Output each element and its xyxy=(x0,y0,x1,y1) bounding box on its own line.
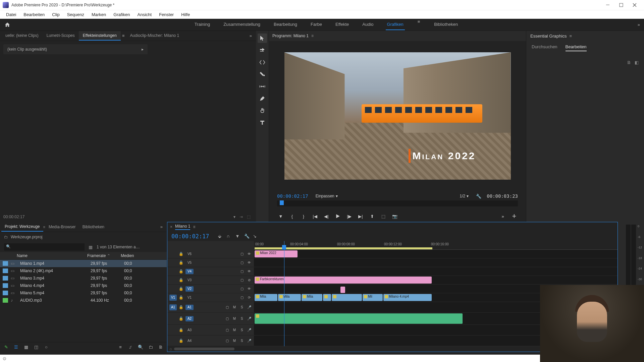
step-back-button[interactable]: ◀| xyxy=(323,213,330,220)
eg-tab-edit[interactable]: Bearbeiten xyxy=(566,44,587,51)
menu-sequenz[interactable]: Sequenz xyxy=(64,11,88,18)
find-icon[interactable]: 🔍 xyxy=(137,344,144,351)
project-item[interactable]: ▭Milano 4.mp429,97 fps00;0 xyxy=(0,282,167,289)
menu-ansicht[interactable]: Ansicht xyxy=(134,11,155,18)
col-media[interactable]: Medien xyxy=(121,253,148,258)
export-frame-button[interactable]: 📷 xyxy=(391,213,398,220)
icon-view-button[interactable]: ▦ xyxy=(23,344,30,351)
menu-fenster[interactable]: Fenster xyxy=(156,11,177,18)
fit-dropdown[interactable]: Einpassen ▾ xyxy=(314,193,340,199)
track-lane-v3[interactable]: Farbkorrekturen xyxy=(254,276,618,285)
search-input[interactable] xyxy=(4,243,85,251)
clip-farbkorrekturen[interactable]: Farbkorrekturen xyxy=(255,277,432,284)
insert-icon[interactable]: ⇥ xyxy=(237,215,245,219)
add-marker-icon[interactable]: ▼ xyxy=(235,234,241,239)
wrench-icon[interactable]: ↘ xyxy=(253,234,258,239)
tab-source[interactable]: uelle: (keine Clips) xyxy=(1,31,43,41)
project-item[interactable]: ▭Milano 5.mp429,97 fps00;0 xyxy=(0,289,167,297)
timeline-timecode[interactable]: 00:00:02:17 xyxy=(171,233,209,240)
settings-icon[interactable]: 🔧 xyxy=(476,194,481,199)
selection-tool[interactable] xyxy=(258,34,267,43)
clip-marker[interactable] xyxy=(340,287,345,293)
ws-audio[interactable]: Audio xyxy=(361,19,375,30)
track-lane-v6[interactable]: Milan 2022 xyxy=(254,250,618,258)
timeline-ruler[interactable]: 00:00 00:00:04:00 00:00:08:00 00:00:12:0… xyxy=(254,241,618,250)
new-layer-icon[interactable]: 🗎 xyxy=(627,60,631,65)
menu-marken[interactable]: Marken xyxy=(88,11,109,18)
play-button[interactable] xyxy=(334,213,341,220)
tab-project[interactable]: Projekt: Werkzeuge xyxy=(1,222,43,232)
ripple-edit-tool[interactable] xyxy=(258,58,267,67)
mark-in-button[interactable]: { xyxy=(288,213,296,220)
ws-grafiken[interactable]: Grafiken xyxy=(386,19,405,30)
track-v1[interactable]: V1🔒V1▢⟳ xyxy=(167,293,254,302)
ws-overflow-icon[interactable]: » xyxy=(636,21,641,28)
add-marker-button[interactable]: ▼ xyxy=(277,213,284,220)
track-v6[interactable]: 🔒V6▢👁 xyxy=(167,250,254,258)
project-item[interactable]: ▭Milano 2 (4K).mp429,97 fps00;0 xyxy=(0,267,167,275)
program-tc-current[interactable]: 00:00:02:17 xyxy=(277,193,308,199)
track-v4[interactable]: 🔒V4▢👁 xyxy=(167,267,254,276)
new-item-button[interactable]: 🗎 xyxy=(157,344,164,351)
program-scrubber[interactable] xyxy=(277,200,518,206)
home-icon[interactable] xyxy=(3,20,12,29)
hand-tool[interactable] xyxy=(258,106,267,115)
menu-hilfe[interactable]: Hilfe xyxy=(178,11,193,18)
mark-out-button[interactable]: } xyxy=(300,213,307,220)
col-framerate[interactable]: Framerate⌃ xyxy=(87,253,121,258)
panel-overflow-icon[interactable]: » xyxy=(247,32,255,40)
ws-bibliotheken[interactable]: Bibliotheken xyxy=(433,19,459,30)
snap-icon[interactable]: ⬙ xyxy=(218,234,223,239)
minimize-button[interactable] xyxy=(601,0,614,10)
project-item[interactable]: ▭Milano 3.mp429,97 fps00;0 xyxy=(0,275,167,282)
clip-v1-6[interactable]: Mil xyxy=(363,294,383,301)
new-bin-button[interactable]: 🗀 xyxy=(147,344,154,351)
automate-icon[interactable]: ⎎ xyxy=(127,344,134,351)
menu-clip[interactable]: Clip xyxy=(49,11,63,18)
overwrite-icon[interactable]: ⬚ xyxy=(245,215,253,219)
sequence-tab[interactable]: Milano 1 xyxy=(175,224,190,230)
project-item[interactable]: ♪AUDIO.mp344.100 Hz00;0 xyxy=(0,297,167,304)
maximize-button[interactable] xyxy=(614,0,628,10)
clip-audio[interactable] xyxy=(255,313,463,324)
close-button[interactable] xyxy=(628,0,641,10)
tab-lumetri-scopes[interactable]: Lumetri-Scopes xyxy=(43,31,79,41)
clip-v1-7[interactable]: Milano 4.mp4 xyxy=(383,294,432,301)
clip-v1-5[interactable] xyxy=(332,294,362,301)
clip-v1-3[interactable]: Mila xyxy=(302,294,322,301)
razor-tool[interactable] xyxy=(258,70,267,79)
track-a1[interactable]: A1🔒A1▢MS🎤 xyxy=(167,302,254,313)
group-icon[interactable]: ◧ xyxy=(635,60,639,65)
step-forward-button[interactable]: |▶ xyxy=(345,213,353,220)
ws-zusammenstellung[interactable]: Zusammenstellung xyxy=(222,19,262,30)
go-to-in-button[interactable]: |◀ xyxy=(311,213,319,220)
track-v3[interactable]: 🔒V3▢⊘ xyxy=(167,276,254,285)
track-a3[interactable]: 🔒A3▢MS🎤 xyxy=(167,325,254,336)
track-lane-v4[interactable] xyxy=(254,267,618,276)
tab-media-browser[interactable]: Media-Browser xyxy=(45,223,79,231)
zoom-slider-icon[interactable]: ○ xyxy=(43,344,50,351)
tab-libraries[interactable]: Bibliotheken xyxy=(79,223,108,231)
pen-tool[interactable] xyxy=(258,94,267,103)
ws-farbe[interactable]: Farbe xyxy=(309,19,323,30)
timeline-settings-icon[interactable]: 🔧 xyxy=(244,234,250,239)
button-editor-overflow[interactable]: » xyxy=(499,213,506,220)
track-select-tool[interactable] xyxy=(258,46,267,55)
ws-training[interactable]: Training xyxy=(193,19,211,30)
clip-v1-2[interactable]: Mila xyxy=(278,294,301,301)
eg-tab-browse[interactable]: Durchsuchen xyxy=(532,44,557,51)
track-lane-v5[interactable] xyxy=(254,258,618,267)
new-item-pen-icon[interactable]: ✎ xyxy=(3,344,9,351)
filter-icon[interactable]: ▾ xyxy=(231,215,237,219)
menu-datei[interactable]: Datei xyxy=(3,11,19,18)
resolution-dropdown[interactable]: 1/2 ▾ xyxy=(458,193,471,199)
clip-milan2022[interactable]: Milan 2022 xyxy=(255,250,298,257)
go-to-out-button[interactable]: ▶| xyxy=(357,213,364,220)
graphic-title-overlay[interactable]: Milan 2022 xyxy=(409,149,476,163)
ws-effekte[interactable]: Effekte xyxy=(334,19,350,30)
list-view-button[interactable]: ☰ xyxy=(13,344,19,351)
project-tabs-overflow[interactable]: » xyxy=(158,223,165,231)
menu-bearbeiten[interactable]: Bearbeiten xyxy=(20,11,48,18)
track-a4[interactable]: 🔒A4▢MS🎤 xyxy=(167,336,254,346)
ws-menu-icon[interactable]: ≡ xyxy=(416,19,422,30)
